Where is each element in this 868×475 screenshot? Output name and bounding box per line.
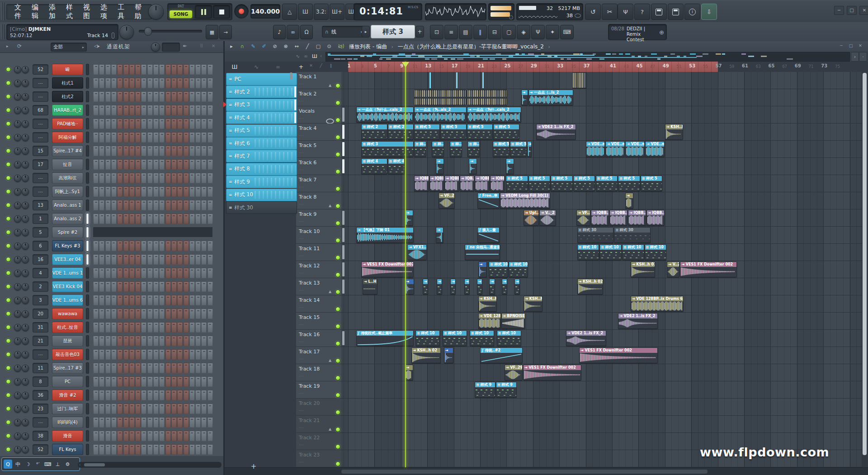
step-cell[interactable] [129,417,135,428]
step-cell[interactable] [135,241,141,251]
step-cell[interactable] [177,146,183,156]
help-icon[interactable]: ? [634,4,650,20]
channel-select-bar[interactable] [86,227,89,238]
wave-mini-icon[interactable]: ∿ [296,53,302,60]
step-cell[interactable] [153,241,159,251]
step-cell[interactable] [99,363,104,373]
step-cell[interactable] [141,417,146,428]
clip-a-cy[interactable]: ⇥ VDE..ms 1 [586,141,605,157]
channel-button[interactable]: VDE 1..ums 6 [52,294,83,306]
clip-a-pu[interactable]: ⇥ IQBB.._02 [628,210,646,226]
track-name-cell[interactable]: Track 11··· [296,244,341,261]
step-cell[interactable] [99,336,104,346]
track-mute-led[interactable] [335,341,340,346]
step-cell[interactable] [111,105,117,115]
menu-item-选项[interactable]: 选项 [96,3,113,20]
track-clip-slot[interactable] [342,125,344,139]
step-cell[interactable] [129,146,135,156]
mute-icon[interactable]: ⊗ [281,42,290,50]
track-clip-slot[interactable] [342,142,344,156]
step-cell[interactable] [123,64,129,75]
step-cell[interactable] [93,322,99,332]
clip-p[interactable]: ≡ 样..6 [432,141,444,157]
channel-pan-knob[interactable] [14,351,21,358]
step-cell[interactable] [189,173,195,183]
step-cell[interactable] [129,91,135,102]
step-cell[interactable] [184,119,189,129]
pattern-item[interactable]: ≡样式 9 [226,176,297,188]
channel-select-bar[interactable] [86,91,89,102]
step-cell[interactable] [159,444,165,455]
pattern-item[interactable]: ≡样式 30 [226,201,297,214]
clip-au[interactable]: ∫ 插入..量 [477,227,500,243]
step-cell[interactable] [177,254,183,265]
channel-button[interactable]: Spire..17 #4 [52,145,83,157]
step-cell[interactable] [147,241,153,251]
clip-a-cy[interactable]: ⇥ 一点点（为..als_2 [414,107,467,123]
clip-a-cy[interactable]: ⇥ 一点点（..ls_2 [528,90,574,105]
slip-icon[interactable]: ⊘ [270,42,279,50]
step-cell[interactable] [153,64,159,75]
pat-mode-button[interactable]: PAT [170,5,192,10]
track-mute-led[interactable] [335,118,340,123]
clip-p[interactable]: ≡ 样式 9 [496,382,517,398]
step-cell[interactable] [165,417,171,428]
step-cell[interactable] [105,119,111,129]
clip-p[interactable]: ≡ 样式 5 [506,176,528,191]
step-cell[interactable] [117,309,123,319]
step-cell[interactable] [93,173,99,183]
step-cell[interactable] [208,119,213,129]
step-cell[interactable] [147,349,153,360]
graph-icon[interactable]: ⊥ [53,460,62,469]
step-cell[interactable] [147,417,153,428]
clip-a-pu[interactable]: ⇥ IQBB.._02 [414,176,429,191]
channel-led[interactable] [6,230,11,235]
step-cell[interactable] [111,214,117,224]
step-cell[interactable] [111,146,117,156]
track-mute-led[interactable] [335,393,340,398]
channel-select-bar[interactable] [86,417,89,428]
channel-volume-knob[interactable] [22,107,29,114]
touch-icon[interactable]: ✦ [546,25,559,39]
channel-volume-knob[interactable] [22,175,29,182]
step-cell[interactable] [117,105,123,115]
step-cell[interactable] [195,64,201,75]
step-cell[interactable] [165,295,171,305]
step-cell[interactable] [177,417,183,428]
channel-select-bar[interactable] [86,390,89,401]
vscroll-thumb[interactable] [863,73,867,455]
track-lane[interactable] [341,416,867,433]
track-menu-dots[interactable]: ··· [299,323,304,327]
step-cell[interactable] [141,254,146,265]
step-cell[interactable] [165,132,171,142]
track-name-cell[interactable]: Track 13···▲ [296,278,341,295]
plugin-icon[interactable]: ◈ [517,25,530,39]
piano-mini-icon[interactable]: Ш [312,53,318,60]
step-cell[interactable] [171,309,177,319]
channel-select-bar[interactable] [86,240,89,252]
clip-p[interactable]: ≡ 样式 2 [388,124,414,140]
step-cell[interactable] [141,105,146,115]
mixer-icon[interactable]: ∥ [473,25,487,39]
channel-volume-knob[interactable] [22,215,29,223]
channel-led[interactable] [6,338,11,343]
track-lane[interactable] [341,399,867,416]
zoom-tool-icon[interactable]: ⊙ [325,42,334,50]
track-menu-dots[interactable]: ··· [299,271,304,276]
step-cell[interactable] [105,241,111,251]
step-cell[interactable] [171,159,177,170]
step-cell[interactable] [135,200,141,210]
step-cell[interactable] [99,390,104,400]
step-cell[interactable] [93,376,99,387]
step-cell[interactable] [147,390,153,400]
clip-p[interactable]: ≡ 样式 4 [388,158,405,174]
channel-pan-knob[interactable] [14,392,21,399]
channel-led[interactable] [6,148,11,153]
channel-select-bar[interactable] [86,281,89,292]
step-cell[interactable] [177,390,183,400]
step-cell[interactable] [201,431,207,441]
step-cell[interactable] [189,431,195,441]
step-cell[interactable] [165,200,171,210]
step-cell[interactable] [153,322,159,332]
step-cell[interactable] [147,363,153,373]
